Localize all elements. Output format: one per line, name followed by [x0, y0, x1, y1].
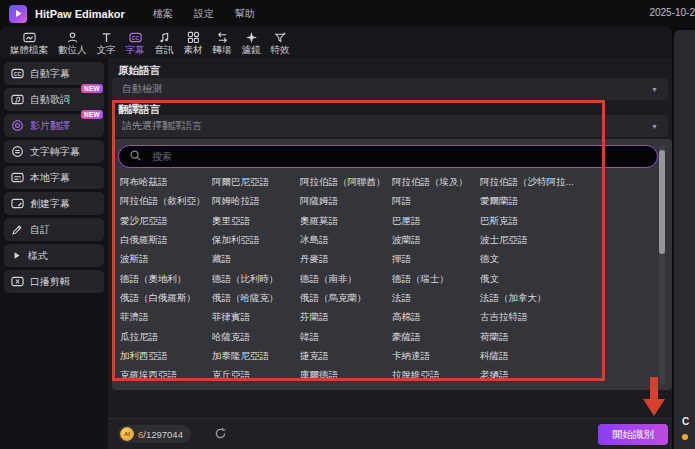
sidebar-item-label: 口播剪輯 [30, 275, 70, 289]
language-option[interactable]: 菲律賓語 [212, 311, 300, 324]
sidebar-item[interactable]: 影片翻譯 NEW [4, 114, 104, 137]
background-window-letter: C [682, 416, 689, 427]
sidebar-item-label: 文字轉字幕 [30, 145, 80, 159]
language-option[interactable]: 韓語 [300, 331, 392, 344]
language-search-box[interactable] [118, 145, 658, 168]
language-option[interactable]: 藏語 [212, 253, 300, 266]
language-option[interactable]: 加利西亞語 [120, 350, 212, 363]
language-option[interactable]: 德語（南非） [300, 273, 392, 286]
language-option[interactable]: 芬蘭語 [300, 311, 392, 324]
language-option[interactable]: 庫爾德語 [300, 369, 392, 382]
language-option[interactable]: 阿拉伯語（敘利亞） [120, 195, 212, 208]
language-option[interactable]: 波蘭語 [392, 234, 480, 247]
sidebar-item[interactable]: 本地字幕 [4, 166, 104, 189]
sidebar-item-label: 自動歌詞 [30, 93, 70, 107]
language-option[interactable]: 俄語（哈薩克） [212, 292, 300, 305]
language-option[interactable]: 丹麥語 [300, 253, 392, 266]
target-language-select[interactable]: 請先選擇翻譯語言 ▼ [112, 115, 668, 137]
language-option[interactable]: 波士尼亞語 [480, 234, 656, 247]
sidebar-item[interactable]: 樣式 [4, 244, 104, 267]
language-option[interactable]: 阿布哈茲語 [120, 176, 212, 189]
app-title: HitPaw Edimakor [35, 8, 125, 20]
date-label: 2025-10-2 [649, 7, 695, 18]
language-option[interactable]: 巴斯克語 [480, 215, 656, 228]
sidebar-item[interactable]: 文字轉字幕 [4, 140, 104, 163]
start-recognition-button[interactable]: 開始識別 [598, 424, 668, 445]
language-option[interactable]: 法語 [392, 292, 480, 305]
language-option[interactable]: 阿薩姆語 [300, 195, 392, 208]
language-option[interactable]: 愛爾蘭語 [480, 195, 656, 208]
toolbar-item[interactable]: 素材 [179, 31, 208, 55]
language-option[interactable]: 法語（加拿大） [480, 292, 656, 305]
language-option[interactable]: 克丘亞語 [212, 369, 300, 382]
language-option[interactable]: 奧羅莫語 [300, 215, 392, 228]
language-option[interactable]: 保加利亞語 [212, 234, 300, 247]
language-option[interactable]: 克羅埃西亞語 [120, 369, 212, 382]
sidebar-item[interactable]: CC 自動字幕 [4, 62, 104, 85]
sidebar-item[interactable]: 口播剪輯 [4, 270, 104, 293]
target-language-placeholder: 請先選擇翻譯語言 [122, 119, 202, 133]
toolbar-item-label: 媒體檔案 [10, 45, 48, 55]
language-option[interactable]: 冰島語 [300, 234, 392, 247]
language-option[interactable]: 卡納達語 [392, 350, 480, 363]
language-option[interactable]: 阿拉伯語（沙特阿拉... [480, 176, 656, 189]
language-option[interactable]: 瓜拉尼語 [120, 331, 212, 344]
search-input[interactable] [150, 150, 584, 163]
language-option[interactable]: 豪薩語 [392, 331, 480, 344]
language-option[interactable]: 阿拉伯語（阿聯酋） [300, 176, 392, 189]
menu-item[interactable]: 檔案 [153, 7, 173, 21]
language-option[interactable]: 捷克語 [300, 350, 392, 363]
language-option[interactable]: 德語（瑞士） [392, 273, 480, 286]
language-option[interactable]: 荷蘭語 [480, 331, 656, 344]
language-option[interactable]: 俄語（烏克蘭） [300, 292, 392, 305]
toolbar-item[interactable]: 特效 [266, 31, 295, 55]
language-option[interactable]: 古吉拉特語 [480, 311, 656, 324]
toolbar-item[interactable]: 濾鏡 [237, 31, 266, 55]
language-option[interactable]: 俄語（白俄羅斯） [120, 292, 212, 305]
language-option[interactable]: 哈薩克語 [212, 331, 300, 344]
background-window-strip: C [674, 30, 695, 449]
refresh-icon[interactable] [214, 427, 227, 440]
language-option[interactable]: 阿拉伯語（埃及） [392, 176, 480, 189]
toolbar-item[interactable]: 音訊 [150, 31, 179, 55]
sidebar-item[interactable]: 創建字幕 [4, 192, 104, 215]
language-option[interactable]: 德文 [480, 253, 656, 266]
language-option[interactable]: 巴厘語 [392, 215, 480, 228]
language-option[interactable]: 奧里亞語 [212, 215, 300, 228]
custom-icon [11, 223, 24, 236]
language-option[interactable]: 撣語 [392, 253, 480, 266]
language-option[interactable]: 波斯語 [120, 253, 212, 266]
toolbar-item-label: 數位人 [58, 45, 87, 55]
language-option[interactable]: 高棉語 [392, 311, 480, 324]
language-option[interactable]: 俄文 [480, 273, 656, 286]
language-option[interactable]: 老撾語 [480, 369, 656, 382]
sidebar-item[interactable]: 自訂 [4, 218, 104, 241]
language-option[interactable]: 阿語 [392, 195, 480, 208]
toolbar-item[interactable]: 數位人 [53, 31, 92, 55]
create-sub-icon [11, 197, 24, 210]
elements-icon [187, 31, 200, 44]
translate-panel: 原始語言 自動檢測 ▼ 翻譯語言 請先選擇翻譯語言 ▼ 阿布哈茲語阿爾巴尼亞語阿… [108, 58, 672, 418]
sidebar-item[interactable]: 自動歌詞 NEW [4, 88, 104, 111]
toolbar-item[interactable]: 轉場 [208, 31, 237, 55]
toolbar-item[interactable]: CC 字幕 [121, 31, 150, 55]
menu-item[interactable]: 幫助 [235, 7, 255, 21]
language-option[interactable]: 德語（比利時） [212, 273, 300, 286]
toolbar-item[interactable]: 媒體檔案 [5, 31, 53, 55]
language-option[interactable]: 拉脫維亞語 [392, 369, 480, 382]
language-option[interactable]: 愛沙尼亞語 [120, 215, 212, 228]
language-option[interactable]: 加泰隆尼亞語 [212, 350, 300, 363]
toolbar-item[interactable]: 文字 [92, 31, 121, 55]
menu-item[interactable]: 設定 [194, 7, 214, 21]
scrollbar-thumb[interactable] [659, 150, 665, 254]
language-option[interactable]: 德語（奧地利） [120, 273, 212, 286]
sidebar-item-label: 創建字幕 [30, 197, 70, 211]
language-option[interactable]: 白俄羅斯語 [120, 234, 212, 247]
language-option[interactable]: 菲濟語 [120, 311, 212, 324]
language-option[interactable]: 科薩語 [480, 350, 656, 363]
chevron-down-icon: ▼ [651, 123, 658, 130]
source-language-select[interactable]: 自動檢測 ▼ [112, 78, 668, 100]
language-option[interactable]: 阿姆哈拉語 [212, 195, 300, 208]
language-dropdown: 阿布哈茲語阿爾巴尼亞語阿拉伯語（阿聯酋）阿拉伯語（埃及）阿拉伯語（沙特阿拉...… [112, 139, 672, 390]
language-option[interactable]: 阿爾巴尼亞語 [212, 176, 300, 189]
